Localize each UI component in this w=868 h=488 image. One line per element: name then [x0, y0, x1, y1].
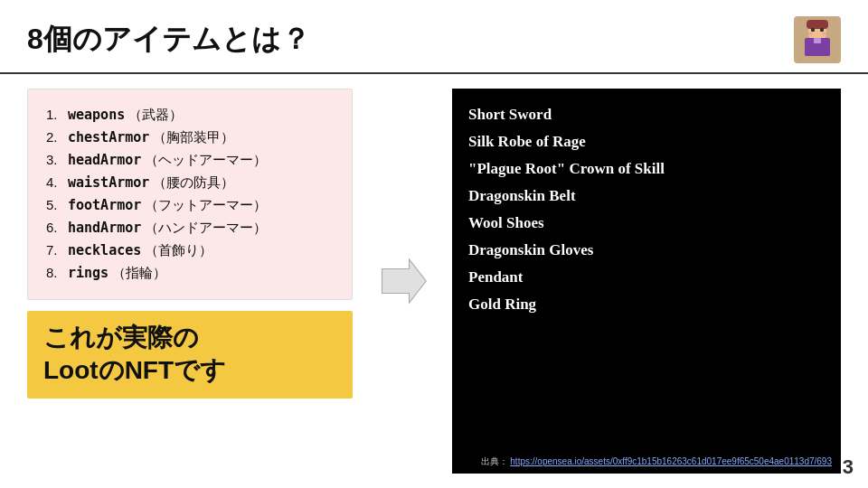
- nft-image-box: Short SwordSilk Robe of Rage"Plague Root…: [452, 89, 841, 474]
- left-column: weapons（武器）chestArmor（胸部装甲）headArmor（ヘッド…: [27, 89, 353, 474]
- nft-item: "Plague Root" Crown of Skill: [468, 155, 825, 183]
- nft-item: Pendant: [468, 264, 825, 291]
- svg-rect-4: [808, 33, 813, 35]
- header: 8個のアイテムとは？: [0, 0, 868, 74]
- source-label: 出典：: [481, 456, 508, 466]
- source-link[interactable]: https://opensea.io/assets/0xff9c1b15b162…: [510, 456, 832, 466]
- main-content: weapons（武器）chestArmor（胸部装甲）headArmor（ヘッド…: [0, 74, 868, 488]
- nft-item: Dragonskin Belt: [468, 183, 825, 210]
- nft-item: Short Sword: [468, 101, 825, 128]
- svg-marker-8: [382, 259, 427, 303]
- item-list: weapons（武器）chestArmor（胸部装甲）headArmor（ヘッド…: [46, 104, 334, 285]
- svg-rect-2: [811, 28, 815, 32]
- list-item: rings（指輪）: [46, 262, 334, 285]
- nft-item: Silk Robe of Rage: [468, 128, 825, 155]
- avatar: [794, 16, 841, 63]
- svg-rect-7: [814, 38, 821, 43]
- nft-item: Gold Ring: [468, 291, 825, 318]
- item-list-box: weapons（武器）chestArmor（胸部装甲）headArmor（ヘッド…: [27, 89, 353, 300]
- page-number: 3: [843, 455, 854, 479]
- loot-label-box: これが実際の LootのNFTです: [27, 311, 353, 399]
- loot-line1: これが実際の: [43, 324, 199, 352]
- list-item: chestArmor（胸部装甲）: [46, 127, 334, 149]
- arrow-area: [371, 89, 434, 474]
- right-arrow-icon: [375, 254, 429, 308]
- loot-line2: LootのNFTです: [43, 356, 226, 384]
- loot-label-text: これが実際の LootのNFTです: [43, 322, 336, 388]
- list-item: headArmor（ヘッドアーマー）: [46, 149, 334, 172]
- avatar-icon: [796, 18, 839, 61]
- list-item: handArmor（ハンドアーマー）: [46, 217, 334, 239]
- nft-source: 出典： https://opensea.io/assets/0xff9c1b15…: [481, 455, 832, 468]
- nft-item: Dragonskin Gloves: [468, 237, 825, 264]
- svg-rect-1: [807, 20, 828, 29]
- svg-rect-5: [822, 33, 826, 35]
- list-item: footArmor（フットアーマー）: [46, 194, 334, 217]
- nft-item: Wool Shoes: [468, 210, 825, 237]
- page-title: 8個のアイテムとは？: [27, 20, 310, 60]
- list-item: necklaces（首飾り）: [46, 239, 334, 262]
- nft-items-list: Short SwordSilk Robe of Rage"Plague Root…: [468, 101, 825, 318]
- svg-rect-3: [820, 28, 824, 32]
- list-item: waistArmor（腰の防具）: [46, 172, 334, 194]
- list-item: weapons（武器）: [46, 104, 334, 127]
